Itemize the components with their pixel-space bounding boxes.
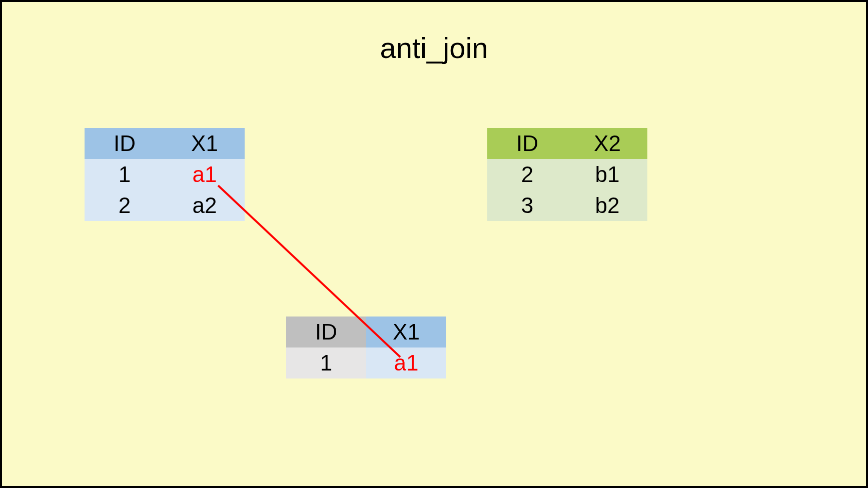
left-table-cell-id: 2 (85, 190, 165, 221)
connector-line (2, 2, 868, 488)
diagram-title: anti_join (2, 31, 866, 64)
result-table-cell-x1: a1 (366, 348, 446, 378)
right-table-cell-x2: b2 (567, 190, 647, 221)
table-row: 1 a1 (85, 159, 245, 190)
right-table-cell-x2: b1 (567, 159, 647, 190)
diagram-canvas: anti_join ID X1 1 a1 2 a2 ID X2 2 b1 3 b… (0, 0, 868, 488)
result-table: ID X1 1 a1 (286, 316, 446, 378)
table-row: 1 a1 (286, 348, 446, 378)
right-table-header-id: ID (487, 128, 567, 159)
left-table-cell-x1: a2 (165, 190, 245, 221)
left-table-cell-x1: a1 (165, 159, 245, 190)
right-table-cell-id: 3 (487, 190, 567, 221)
right-table-header-x2: X2 (567, 128, 647, 159)
left-table-cell-id: 1 (85, 159, 165, 190)
table-row: 2 a2 (85, 190, 245, 221)
right-table-cell-id: 2 (487, 159, 567, 190)
table-row: 3 b2 (487, 190, 647, 221)
left-table-header-x1: X1 (165, 128, 245, 159)
right-table: ID X2 2 b1 3 b2 (487, 128, 647, 221)
table-row: 2 b1 (487, 159, 647, 190)
result-table-header-id: ID (286, 316, 366, 348)
result-table-header-x1: X1 (366, 316, 446, 348)
left-table-header-id: ID (85, 128, 165, 159)
result-table-cell-id: 1 (286, 348, 366, 378)
left-table: ID X1 1 a1 2 a2 (85, 128, 245, 221)
